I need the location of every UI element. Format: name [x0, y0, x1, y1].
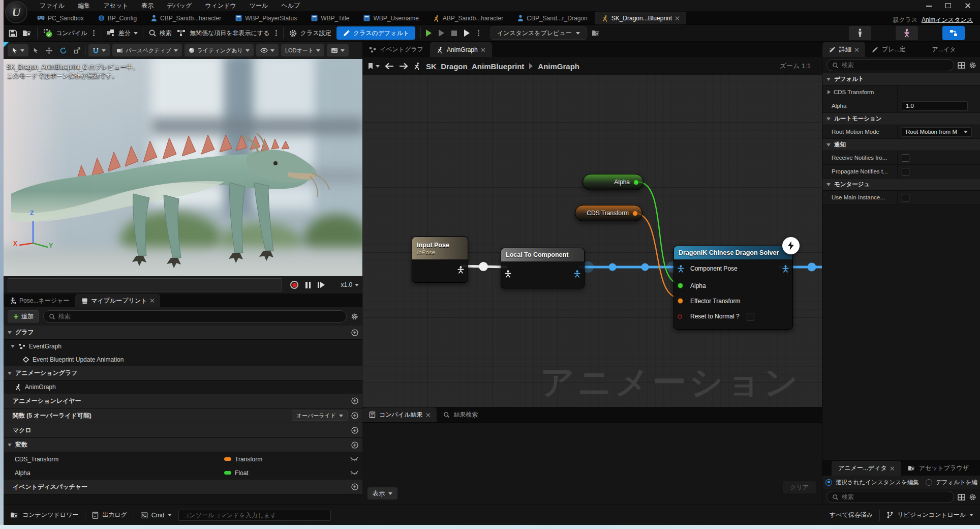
edit-defaults-radio[interactable] [926, 479, 932, 486]
tab-pc-sandbox[interactable]: PC_Sandbox [30, 12, 91, 24]
menu-view[interactable]: 表示 [135, 0, 160, 11]
lod-dropdown[interactable]: LODオート [281, 44, 324, 56]
forward-arrow-icon[interactable] [399, 63, 408, 70]
tab-compile-results[interactable]: コンパイル結果 [362, 407, 437, 422]
tab-anim-preview-editor[interactable]: アニメー...ディタ [832, 461, 901, 476]
tab-wbp-title[interactable]: WBP_Title [304, 12, 356, 24]
menu-edit[interactable]: 編集 [71, 0, 97, 11]
item-animgraph[interactable]: AnimGraph [4, 380, 362, 394]
tab-pose-watch-manager[interactable]: Pose...ネージャー [4, 294, 75, 307]
node-dragonik-solver[interactable]: DragonIK Chinese Dragon Solver Component… [673, 246, 793, 330]
class-settings-button[interactable]: クラス設定 [289, 29, 331, 38]
alpha-input-pin[interactable] [678, 283, 683, 288]
row-root-motion-mode[interactable]: Root Motion Mode Root Motion from M [822, 125, 980, 139]
preview-browse-icon[interactable] [592, 30, 600, 37]
menu-asset[interactable]: アセット [97, 0, 135, 11]
parent-class-link[interactable]: Animインスタンス [922, 16, 973, 24]
snap-settings-button[interactable] [88, 44, 110, 56]
tab-asset-browser[interactable]: アセットブラウザ [901, 461, 975, 476]
menu-debug[interactable]: デバッグ [160, 0, 198, 11]
pose-output-pin[interactable] [574, 270, 580, 278]
menu-tools[interactable]: ツール [243, 0, 275, 11]
stop-button[interactable] [451, 31, 457, 36]
hide-options-icon[interactable] [274, 30, 278, 36]
reset-to-normal-checkbox[interactable] [747, 313, 754, 320]
override-dropdown[interactable]: オーバーライド [292, 410, 348, 421]
section-animation-graphs[interactable]: アニメーショングラフ [4, 366, 362, 380]
add-circle-icon[interactable] [351, 329, 358, 336]
blueprint-editor-button[interactable] [942, 26, 965, 40]
closed-eye-icon[interactable] [350, 471, 358, 475]
settings-icon[interactable] [969, 493, 976, 501]
component-pose-input-pin[interactable] [678, 265, 684, 273]
edit-selected-instance-radio[interactable] [825, 479, 832, 486]
menu-file[interactable]: ファイル [33, 0, 71, 11]
section-animation-layers[interactable]: アニメーションレイヤー [4, 394, 362, 408]
section-montage[interactable]: モンタージュ [822, 179, 980, 191]
save-status[interactable]: すべて保存済み [823, 505, 879, 525]
closed-eye-icon[interactable] [350, 457, 358, 461]
effector-transform-input-pin[interactable] [678, 298, 683, 304]
tab-wbp-username[interactable]: WBP_Username [356, 12, 425, 24]
add-button[interactable]: 追加 [8, 310, 39, 322]
menu-help[interactable]: ヘルプ [274, 0, 307, 11]
tab-cbp-sandbox-character[interactable]: CBP_Sandb...haracter [144, 12, 228, 24]
pose-input-pin[interactable] [505, 270, 511, 278]
hide-unrelated-button[interactable]: 無関係な項目を非表示にする [177, 29, 269, 38]
animgraph-canvas[interactable]: アニメーション Alpha CDS Tran [362, 57, 822, 407]
tab-animgraph-doc[interactable]: AnimGraph [430, 42, 492, 57]
row-use-main-instance[interactable]: Use Main Instance... [822, 191, 980, 204]
component-pose-output-pin[interactable] [782, 265, 789, 273]
compile-button[interactable]: コンパイル [43, 28, 87, 38]
breadcrumb-root[interactable]: SK_Dragon_AnimBlueprint [426, 62, 524, 71]
add-circle-icon[interactable] [351, 442, 358, 449]
play-options-icon[interactable] [477, 30, 480, 36]
cmd-dropdown[interactable]: Cmd [134, 505, 178, 525]
add-circle-icon[interactable] [351, 397, 358, 404]
tab-wbp-playerstatus[interactable]: WBP_PlayerStatus [228, 12, 304, 24]
select-tool-icon[interactable] [31, 44, 41, 56]
perspective-dropdown[interactable]: パースペクティブ [112, 44, 182, 56]
back-arrow-icon[interactable] [385, 63, 394, 70]
add-circle-icon[interactable] [351, 412, 358, 419]
menu-window[interactable]: ウィンドウ [198, 0, 242, 11]
node-input-pose[interactable]: Input Pose InPose [412, 237, 468, 283]
play-button[interactable] [426, 30, 432, 37]
grid-view-icon[interactable] [958, 494, 965, 501]
diff-button[interactable]: 差分 [106, 29, 138, 38]
compile-options-icon[interactable] [92, 30, 96, 36]
section-macros[interactable]: マクロ [4, 423, 362, 438]
details-search[interactable] [826, 59, 954, 71]
use-main-instance-checkbox[interactable] [902, 194, 909, 201]
tab-preview-settings[interactable]: プレ...定 [865, 42, 912, 57]
variable-row-cds-transform[interactable]: CDS_Transform Transform [4, 452, 362, 466]
screenshot-dropdown[interactable] [327, 44, 349, 56]
console-command-input[interactable] [178, 510, 331, 521]
filter-settings-icon[interactable] [351, 313, 358, 320]
anim-panel-search[interactable] [826, 491, 954, 503]
close-window-icon[interactable] [965, 3, 971, 9]
section-graphs[interactable]: グラフ [4, 326, 362, 340]
close-tab-icon[interactable] [481, 48, 485, 52]
find-button[interactable]: 検索 [148, 29, 172, 38]
tab-cbp-sandbox-dragon[interactable]: CBP_Sand...r_Dragon [510, 12, 594, 24]
tab-sk-dragon-blueprint[interactable]: SK_Dragon...Blueprint [595, 12, 686, 24]
output-log-button[interactable]: 出力ログ [85, 505, 134, 525]
pause-button[interactable] [305, 282, 311, 288]
mesh-editor-button[interactable] [849, 26, 871, 40]
tab-bp-config[interactable]: BP_Config [91, 12, 144, 24]
save-button[interactable] [9, 29, 17, 38]
tab-asset-editor[interactable]: ア...イタ [926, 42, 963, 57]
details-settings-icon[interactable] [969, 62, 976, 69]
step-forward-button[interactable] [318, 282, 325, 288]
search-input[interactable] [842, 493, 948, 501]
row-receive-notifies[interactable]: Receive Notifies fro... [822, 151, 980, 165]
tab-find-results[interactable]: 結果検索 [437, 407, 484, 422]
row-cds-transform[interactable]: CDS Transform [822, 85, 980, 99]
item-event-blueprint-update-animation[interactable]: Event Blueprint Update Animation [4, 353, 362, 366]
row-alpha[interactable]: Alpha 1.0 [822, 99, 980, 113]
step-button[interactable] [439, 30, 444, 37]
maximize-icon[interactable] [945, 3, 952, 9]
preview-instance-dropdown[interactable]: インスタンスをプレビュー [491, 26, 587, 40]
viewport-cursor-menu[interactable] [8, 44, 28, 56]
